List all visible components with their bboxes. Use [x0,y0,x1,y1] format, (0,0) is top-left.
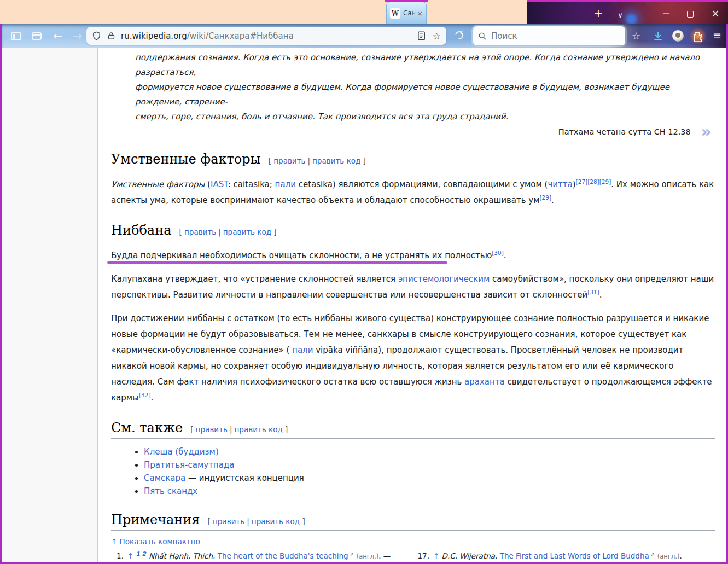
edit-code-link[interactable]: править код [252,517,300,526]
quote-attribution: Патхама четана сутта СН 12.38 [558,127,691,136]
edit-section: [ править|править код ] [269,156,366,165]
edit-link[interactable]: править [273,156,305,165]
wiki-link[interactable]: араханта [464,377,505,387]
edit-link[interactable]: править [196,425,228,434]
wiki-sidebar [2,48,98,562]
bookmark-star-icon[interactable]: ☆ [433,31,441,42]
references-column-right: 17.↑ D.C. Wijeratna. The First and Last … [417,550,715,562]
section-heading-see-also: См. также[ править|править код ] [111,420,715,439]
show-compact-link[interactable]: ↑ Показать компактно [111,537,715,546]
edit-section: [ править|править код ] [179,228,276,236]
paragraph-mental-factors: Умственные факторы (IAST: caitasika; пал… [111,177,715,208]
wiki-link[interactable]: эпистемологическим [398,274,490,284]
wiki-link[interactable]: Пять скандх [144,486,197,496]
quote-line: поддержания сознания. Когда есть это осн… [135,50,715,80]
tab-title: Санкхара [403,9,416,17]
quote-lines: поддержания сознания. Когда есть это осн… [135,50,715,124]
section-heading-notes: Примечания[ править|править код ] [111,512,715,531]
lock-icon[interactable] [107,31,115,40]
wiki-link[interactable]: Клеша (буддизм) [144,447,219,457]
search-placeholder: Поиск [491,31,517,41]
reference-superscript-link[interactable]: [27][28][29] [576,178,611,185]
wikipedia-favicon-icon: W [390,8,400,19]
url-text[interactable]: ru.wikipedia.org/wiki/Санкхара#Ниббана [121,31,418,41]
reference-number: 1. [111,550,127,562]
reference-superscript-link[interactable]: [29] [540,194,552,201]
section-heading-nibbana: Ниббана[ править|править код ] [111,223,715,241]
wiki-link[interactable]: ↑ Показать компактно [111,537,200,546]
wiki-link[interactable]: Самскара [144,473,185,483]
see-also-item: Пять скандх [144,485,715,498]
reference-superscript-link[interactable]: [31] [587,289,599,295]
reference-superscript-link[interactable]: [30] [492,249,504,256]
search-box[interactable]: Поиск [473,26,625,45]
reference-item: 17.↑ D.C. Wijeratna. The First and Last … [417,550,715,562]
paragraph-nibbana-3: При достижении ниббаны с остатком (то ес… [111,311,715,406]
edit-section: [ править|править код ] [207,517,305,526]
back-button[interactable]: ← [53,28,63,44]
edit-code-link[interactable]: править код [235,425,283,434]
wiki-link[interactable]: Пратитья-самутпада [144,460,234,470]
search-icon [478,32,487,40]
wiki-link[interactable]: IAST [211,179,228,189]
see-also-list: Клеша (буддизм)Пратитья-самутпадаСамскар… [111,445,715,498]
browser-chrome-body: ← → ru.wikipedia.org/wiki/Санкхара#Нибба… [0,24,728,564]
navigation-toolbar: ← → ru.wikipedia.org/wiki/Санкхара#Нибба… [2,24,726,48]
wiki-link[interactable]: читта [548,179,572,189]
wiki-link[interactable]: The heart of the Buddha's teaching [218,551,354,560]
edit-link[interactable]: править [184,228,216,236]
article-content: поддержания сознания. Когда есть это осн… [98,48,726,562]
see-also-item: Клеша (буддизм) [144,445,715,458]
refresh-icon[interactable] [453,30,465,41]
wiki-link[interactable]: пали [292,345,313,355]
paragraph-nibbana-2: Калупахана утверждает, что «устранение с… [111,271,715,303]
edit-link[interactable]: править [213,517,244,526]
menu-hamburger-icon[interactable]: ≡ [713,28,721,40]
edit-code-link[interactable]: править код [223,228,271,236]
quote-line: формируется новое существование в будуще… [135,80,715,109]
wiki-link[interactable]: The First and Last Words of Lord Buddha [500,551,655,560]
reference-superscript-link[interactable]: [32] [139,392,151,398]
section-heading-mental-factors: Умственные факторы[ править|править код … [111,152,715,170]
extensions-puzzle-icon[interactable] [692,31,703,42]
wikipedia-page: поддержания сознания. Когда есть это осн… [2,48,726,562]
reference-text: ↑ 1 2Nhất Hạnh, Thích. The heart of the … [127,550,409,562]
bookmarks-star-icon[interactable]: ☆ [632,30,640,42]
paragraph-nibbana-1: Будда подчеркивал необходимость очищать … [111,248,715,264]
reference-superscript-link[interactable]: 1 2 [136,550,146,557]
edit-code-link[interactable]: править код [312,156,360,165]
close-button[interactable]: × [708,6,723,21]
minimize-button[interactable]: − [659,6,673,21]
download-icon[interactable] [653,31,663,42]
tab-list-chevron-icon[interactable]: ∨ [613,8,627,23]
forward-button[interactable]: → [73,28,83,44]
maximize-button[interactable] [687,11,694,18]
references-column-left: 1.↑ 1 2Nhất Hạnh, Thích. The heart of th… [111,550,409,562]
reference-item: 1.↑ 1 2Nhất Hạnh, Thích. The heart of th… [111,550,409,562]
wiki-link[interactable]: ↑ [127,551,136,560]
sutta-quote-block: поддержания сознания. Когда есть это осн… [135,50,715,137]
see-also-item: Пратитья-самутпада [144,458,715,472]
shield-icon[interactable] [92,31,101,41]
browser-window: W Санкхара × + ∨ − × ← → ru.wikipedia.or… [0,0,728,564]
highlight-underline-annotation [107,261,447,264]
wiki-link[interactable]: пали [275,179,296,189]
reference-text: ↑ D.C. Wijeratna. The First and Last Wor… [433,550,715,562]
reader-mode-icon[interactable] [418,31,425,40]
tab-close-icon[interactable]: × [417,9,423,18]
reference-number: 17. [417,550,433,562]
references: 1.↑ 1 2Nhất Hạnh, Thích. The heart of th… [111,550,715,562]
firefox-view-icon[interactable] [11,32,21,40]
title-bar: W Санкхара × + ∨ − × [0,0,728,24]
new-tab-button[interactable]: + [591,6,605,21]
account-avatar[interactable] [672,30,684,42]
see-also-item: Самскара — индуистская концепция [144,472,715,485]
edit-section: [ править|править код ] [190,425,288,434]
titlebar-right: + ∨ − × [527,0,728,24]
wiki-link[interactable]: ↑ [433,551,439,560]
browser-tab[interactable]: W Санкхара × [385,0,428,24]
url-bar[interactable]: ru.wikipedia.org/wiki/Санкхара#Ниббана ☆ [86,27,446,45]
quote-end-icon: » [701,122,712,141]
quote-line: смерть, горе, стенания, боль и отчаяние.… [135,109,715,124]
container-icon[interactable] [32,32,42,40]
